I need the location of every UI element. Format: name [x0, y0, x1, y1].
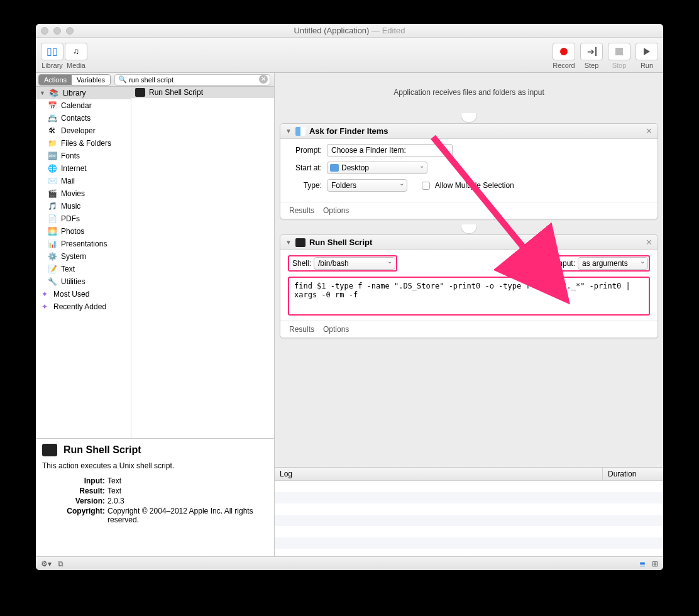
disclosure-icon[interactable]: ▼ [285, 239, 292, 246]
library-categories[interactable]: ▼📚Library 📅Calendar📇Contacts🛠Developer📁F… [36, 87, 131, 438]
close-icon[interactable]: ✕ [646, 238, 652, 247]
library-icon: ▯▯ [47, 45, 58, 57]
library-item[interactable]: 📅Calendar [36, 99, 131, 112]
info-description: This action executes a Unix shell script… [42, 461, 268, 470]
library-item[interactable]: 🔤Fonts [36, 150, 131, 162]
category-icon: 🌐 [47, 163, 57, 174]
terminal-icon [295, 238, 305, 247]
disclosure-icon[interactable]: ▼ [285, 128, 292, 135]
titlebar[interactable]: Untitled (Application) — Edited [36, 24, 663, 38]
automator-window: Untitled (Application) — Edited ▯▯ Libra… [36, 24, 663, 570]
library-item[interactable]: 📝Text [36, 263, 131, 275]
results-tab[interactable]: Results [289, 206, 314, 215]
script-textarea[interactable]: find $1 -type f -name ".DS_Store" -print… [288, 277, 650, 316]
library-item[interactable]: ⚙️System [36, 250, 131, 263]
info-title: Run Shell Script [63, 444, 141, 456]
allow-multiple-checkbox[interactable] [422, 182, 430, 190]
stop-icon [615, 48, 623, 55]
pass-input-select[interactable]: as arguments [578, 257, 648, 270]
category-icon: 🎬 [47, 188, 57, 199]
category-icon: 🔧 [47, 276, 57, 287]
smart-folder-icon: ✦ [40, 289, 50, 300]
category-icon: 📝 [47, 263, 57, 275]
record-button[interactable] [553, 43, 575, 60]
tab-variables[interactable]: Variables [72, 75, 110, 85]
category-icon: ⚙️ [47, 251, 57, 262]
connector-icon [275, 114, 663, 123]
media-icon: ♫ [73, 47, 79, 56]
disclosure-icon[interactable]: ▼ [40, 87, 45, 99]
connector-icon [275, 226, 663, 234]
search-icon: 🔍 [118, 75, 127, 84]
log-rows[interactable] [275, 481, 663, 556]
log-column-header[interactable]: Log [275, 468, 603, 480]
action-title: Ask for Finder Items [309, 126, 388, 136]
results-tab[interactable]: Results [289, 325, 314, 334]
library-results[interactable]: Run Shell Script [131, 87, 274, 438]
smart-folder-icon: ✦ [40, 301, 50, 312]
library-item[interactable]: 🎵Music [36, 200, 131, 212]
clear-search-icon[interactable]: ✕ [259, 75, 268, 84]
library-item[interactable]: 🔧Utilities [36, 275, 131, 288]
run-button[interactable] [636, 43, 658, 60]
workflow-canvas[interactable]: Application receives files and folders a… [275, 73, 663, 467]
actions-variables-segment: Actions Variables [38, 74, 111, 85]
shell-select[interactable]: /bin/bash [314, 257, 395, 270]
category-icon: 🔤 [47, 150, 57, 162]
record-icon [560, 48, 568, 55]
action-info-panel: Run Shell Script This action executes a … [36, 438, 274, 556]
search-field: 🔍 ✕ [114, 74, 270, 85]
smart-folder[interactable]: ✦Most Used [36, 288, 131, 300]
duration-column-header[interactable]: Duration [603, 468, 663, 480]
library-icon: 📚 [49, 87, 59, 99]
smart-folder[interactable]: ✦Recently Added [36, 300, 131, 313]
category-icon: 📊 [47, 238, 57, 250]
close-icon[interactable]: ✕ [646, 126, 652, 136]
library-item[interactable]: 📄PDFs [36, 212, 131, 225]
stop-button[interactable] [608, 43, 630, 60]
options-tab[interactable]: Options [323, 206, 349, 215]
category-icon: 🎵 [47, 201, 57, 212]
media-label: Media [67, 62, 85, 69]
library-header[interactable]: ▼📚Library [36, 87, 131, 99]
search-input[interactable] [114, 74, 270, 85]
step-button[interactable] [580, 43, 603, 60]
action-ask-for-finder-items[interactable]: ▼ Ask for Finder Items ✕ Prompt: Start a… [280, 123, 658, 219]
category-icon: 📅 [47, 100, 57, 111]
category-icon: ✉️ [47, 175, 57, 187]
library-item[interactable]: 🛠Developer [36, 124, 131, 137]
library-item[interactable]: 🎬Movies [36, 187, 131, 200]
prompt-input[interactable] [327, 144, 453, 157]
terminal-icon [135, 88, 145, 97]
list-view-icon[interactable]: ≣ [639, 559, 646, 568]
library-item[interactable]: ✉️Mail [36, 175, 131, 187]
start-at-select[interactable]: Desktop [327, 162, 427, 174]
library-item[interactable]: 📁Files & Folders [36, 137, 131, 150]
category-icon: 📁 [47, 138, 57, 149]
tab-actions[interactable]: Actions [39, 75, 72, 85]
library-button[interactable]: ▯▯ [41, 43, 63, 60]
statusbar: ⚙︎▾ ⧉ ≣⊞ [36, 556, 663, 570]
type-select[interactable]: Folders [327, 179, 407, 192]
result-run-shell-script[interactable]: Run Shell Script [131, 87, 274, 98]
terminal-icon [42, 444, 57, 456]
category-icon: 🛠 [47, 125, 57, 136]
options-tab[interactable]: Options [323, 325, 349, 334]
grid-view-icon[interactable]: ⊞ [652, 559, 658, 568]
library-item[interactable]: 🌅Photos [36, 225, 131, 238]
action-title: Run Shell Script [309, 238, 372, 247]
media-button[interactable]: ♫ [65, 43, 87, 60]
library-label: Library [41, 62, 63, 69]
library-item[interactable]: 📇Contacts [36, 112, 131, 124]
flow-icon[interactable]: ⧉ [58, 559, 63, 568]
action-run-shell-script[interactable]: ▼ Run Shell Script ✕ Shell:/bin/bash Pas… [280, 234, 658, 338]
category-icon: 🌅 [47, 226, 57, 237]
category-icon: 📇 [47, 113, 57, 124]
library-item[interactable]: 🌐Internet [36, 162, 131, 175]
library-panel: Actions Variables 🔍 ✕ ▼📚Library 📅Calenda… [36, 73, 275, 556]
library-item[interactable]: 📊Presentations [36, 238, 131, 250]
window-title: Untitled (Application) — Edited [36, 26, 663, 35]
gear-icon[interactable]: ⚙︎▾ [41, 559, 52, 568]
log-panel: LogDuration [275, 467, 663, 556]
category-icon: 📄 [47, 213, 57, 224]
